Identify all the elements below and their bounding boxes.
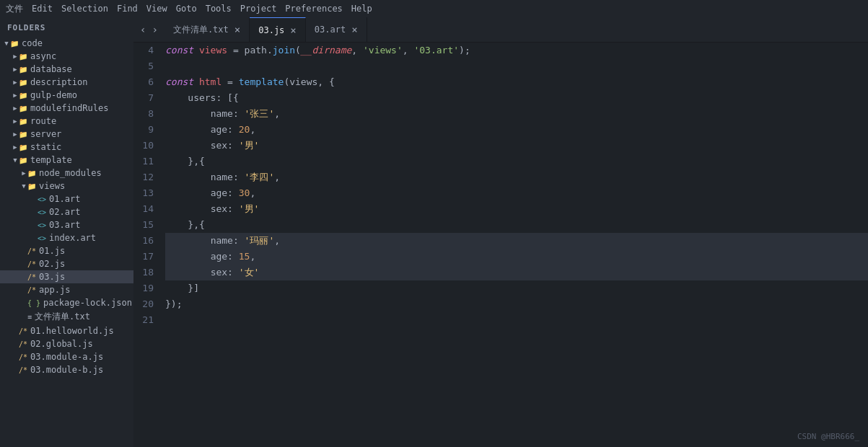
close-icon[interactable]: × xyxy=(351,25,357,35)
menu-preferences[interactable]: Preferences xyxy=(285,4,342,14)
sidebar-item-label: node_modules xyxy=(39,168,102,178)
tab-03art[interactable]: 03.art × xyxy=(306,17,367,42)
arrow-icon: ▶ xyxy=(12,79,19,86)
tab-filelisttxt[interactable]: 文件清单.txt × xyxy=(165,17,250,42)
menu-goto[interactable]: Goto xyxy=(176,4,197,14)
sidebar-item-label: 03.js xyxy=(39,272,65,282)
code-line: name: '张三', xyxy=(165,106,868,122)
sidebar-item-description[interactable]: ▶ 📁 description xyxy=(0,76,133,89)
sidebar-item-03moduleajs[interactable]: ▶ /* 03.module-a.js xyxy=(0,350,133,363)
folder-icon: 📁 xyxy=(19,130,27,138)
file-icon: { } xyxy=(27,299,40,307)
sidebar-header: FOLDERS xyxy=(0,20,133,37)
sidebar-item-02js[interactable]: ▶ /* 02.js xyxy=(0,257,133,270)
menu-project[interactable]: Project xyxy=(240,4,277,14)
code-line xyxy=(165,312,868,328)
sidebar-item-label: views xyxy=(39,181,65,191)
folder-icon: 📁 xyxy=(19,118,27,125)
menu-selection[interactable]: Selection xyxy=(61,4,108,14)
sidebar-item-label: 03.module-b.js xyxy=(30,365,103,375)
sidebar-item-label: code xyxy=(22,38,43,48)
sidebar-item-01art[interactable]: ▶ <> 01.art xyxy=(0,192,133,205)
arrow-icon: ▶ xyxy=(20,169,27,177)
sidebar-item-filelisttxt[interactable]: ▶ ≡ 文件清单.txt xyxy=(0,309,133,324)
sidebar-item-label: 01.helloworld.js xyxy=(30,326,114,336)
tab-label: 文件清单.txt xyxy=(173,24,229,36)
sidebar-item-route[interactable]: ▶ 📁 route xyxy=(0,115,133,128)
sidebar: FOLDERS ▼ 📁 code ▶ 📁 async ▶ 📁 database … xyxy=(0,17,133,447)
sidebar-item-static[interactable]: ▶ 📁 static xyxy=(0,141,133,154)
sidebar-item-label: server xyxy=(30,129,61,139)
arrow-icon: ▶ xyxy=(12,105,19,112)
folder-icon: 📁 xyxy=(27,169,36,177)
sidebar-item-02art[interactable]: ▶ <> 02.art xyxy=(0,205,133,218)
code-line: }); xyxy=(165,296,868,312)
code-line: sex: '女' xyxy=(165,265,868,280)
menu-tools[interactable]: Tools xyxy=(206,4,232,14)
file-icon: /* xyxy=(27,286,36,294)
close-icon[interactable]: × xyxy=(234,25,240,35)
menu-help[interactable]: Help xyxy=(351,4,372,14)
menu-file[interactable]: 文件 xyxy=(6,3,23,15)
sidebar-item-01helloworldjs[interactable]: ▶ /* 01.helloworld.js xyxy=(0,324,133,337)
sidebar-item-modulefindrules[interactable]: ▶ 📁 modulefindRules xyxy=(0,102,133,115)
sidebar-item-node-modules[interactable]: ▶ 📁 node_modules xyxy=(0,167,133,180)
tab-label: 03.art xyxy=(315,25,346,35)
menu-find[interactable]: Find xyxy=(117,4,138,14)
sidebar-item-label: database xyxy=(30,64,72,74)
sidebar-item-label: index.art xyxy=(49,233,96,243)
menu-bar: 文件 Edit Selection Find View Goto Tools P… xyxy=(0,0,868,17)
sidebar-item-label: 03.module-a.js xyxy=(30,352,103,362)
code-line: sex: '男' xyxy=(165,138,868,154)
sidebar-item-server[interactable]: ▶ 📁 server xyxy=(0,128,133,141)
arrow-icon: ▼ xyxy=(12,156,19,164)
menu-edit[interactable]: Edit xyxy=(32,4,53,14)
sidebar-item-label: template xyxy=(30,155,72,165)
editor-content[interactable]: 4 5 6 7 8 9 10 11 12 13 14 15 16 17 18 1… xyxy=(133,43,868,447)
sidebar-item-database[interactable]: ▶ 📁 database xyxy=(0,63,133,76)
sidebar-item-03modulebjs[interactable]: ▶ /* 03.module-b.js xyxy=(0,363,133,376)
menu-view[interactable]: View xyxy=(146,4,167,14)
code-line: age: 30, xyxy=(165,185,868,201)
arrow-icon: ▼ xyxy=(20,182,27,190)
tab-03js[interactable]: 03.js × xyxy=(250,17,306,42)
folder-icon: 📁 xyxy=(19,79,27,87)
folder-icon: 📁 xyxy=(27,182,36,190)
nav-back-button[interactable]: ‹ xyxy=(138,22,148,37)
code-line: name: '李四', xyxy=(165,169,868,185)
main-layout: FOLDERS ▼ 📁 code ▶ 📁 async ▶ 📁 database … xyxy=(0,17,868,447)
code-line: const html = template(views, { xyxy=(165,74,868,90)
sidebar-item-03art[interactable]: ▶ <> 03.art xyxy=(0,218,133,231)
sidebar-item-indexart[interactable]: ▶ <> index.art xyxy=(0,231,133,244)
watermark: CSDN @HBR666_ xyxy=(797,432,859,441)
code-line: },{ xyxy=(165,154,868,169)
sidebar-item-03js[interactable]: ▶ /* 03.js xyxy=(0,270,133,283)
sidebar-item-code[interactable]: ▼ 📁 code xyxy=(0,37,133,50)
sidebar-item-label: 01.art xyxy=(49,194,80,204)
file-icon: /* xyxy=(19,353,27,361)
sidebar-item-label: 03.art xyxy=(49,220,80,230)
sidebar-item-views[interactable]: ▼ 📁 views xyxy=(0,180,133,192)
sidebar-item-02globaljs[interactable]: ▶ /* 02.global.js xyxy=(0,337,133,350)
nav-forward-button[interactable]: › xyxy=(149,22,159,37)
code-line: users: [{ xyxy=(165,90,868,106)
code-line: age: 15, xyxy=(165,249,868,265)
sidebar-item-label: gulp-demo xyxy=(30,90,77,100)
folder-icon: 📁 xyxy=(10,40,19,48)
arrow-icon: ▶ xyxy=(12,66,19,73)
sidebar-item-01js[interactable]: ▶ /* 01.js xyxy=(0,244,133,257)
sidebar-item-gulp-demo[interactable]: ▶ 📁 gulp-demo xyxy=(0,89,133,102)
sidebar-item-packagelockjson[interactable]: ▶ { } package-lock.json xyxy=(0,296,133,309)
sidebar-item-async[interactable]: ▶ 📁 async xyxy=(0,50,133,63)
tab-label: 03.js xyxy=(258,25,284,35)
code-editor[interactable]: const views = path.join(__dirname, 'view… xyxy=(162,43,868,447)
close-icon[interactable]: × xyxy=(290,25,296,35)
arrow-icon: ▶ xyxy=(12,143,19,151)
arrow-icon: ▶ xyxy=(12,118,19,125)
file-icon: /* xyxy=(19,366,27,374)
file-icon: <> xyxy=(38,208,46,216)
sidebar-item-template[interactable]: ▼ 📁 template xyxy=(0,154,133,167)
file-icon: ≡ xyxy=(27,313,32,321)
file-icon: /* xyxy=(19,327,27,335)
sidebar-item-appjs[interactable]: ▶ /* app.js xyxy=(0,283,133,296)
